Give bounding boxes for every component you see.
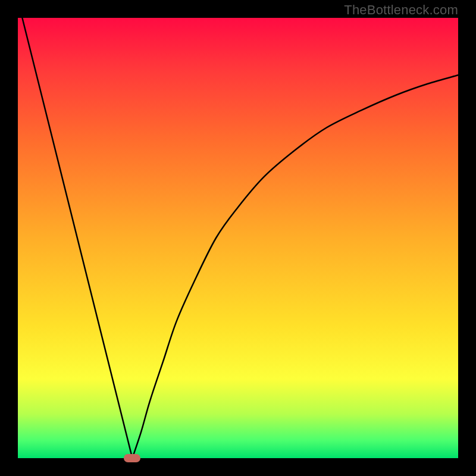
chart-frame: TheBottleneck.com	[0, 0, 476, 476]
bottleneck-marker	[124, 454, 140, 462]
left-line-path	[22, 18, 132, 458]
watermark-text: TheBottleneck.com	[344, 2, 458, 18]
plot-area	[18, 18, 458, 458]
right-curve-path	[132, 75, 458, 458]
curve-svg	[18, 18, 458, 458]
